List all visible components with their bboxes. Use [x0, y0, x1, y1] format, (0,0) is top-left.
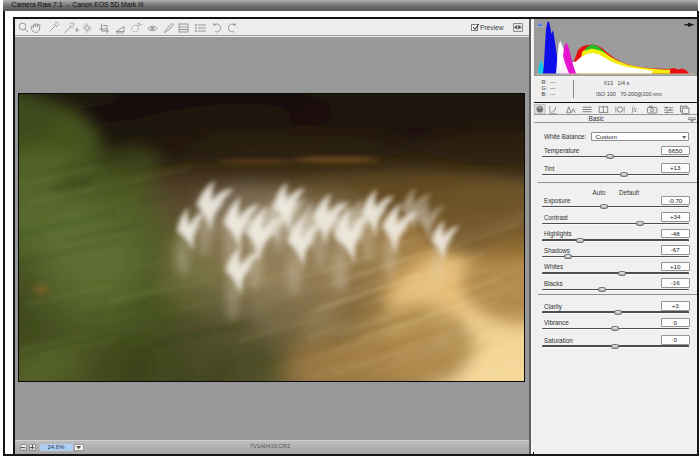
- svg-text:fx: fx: [632, 106, 638, 115]
